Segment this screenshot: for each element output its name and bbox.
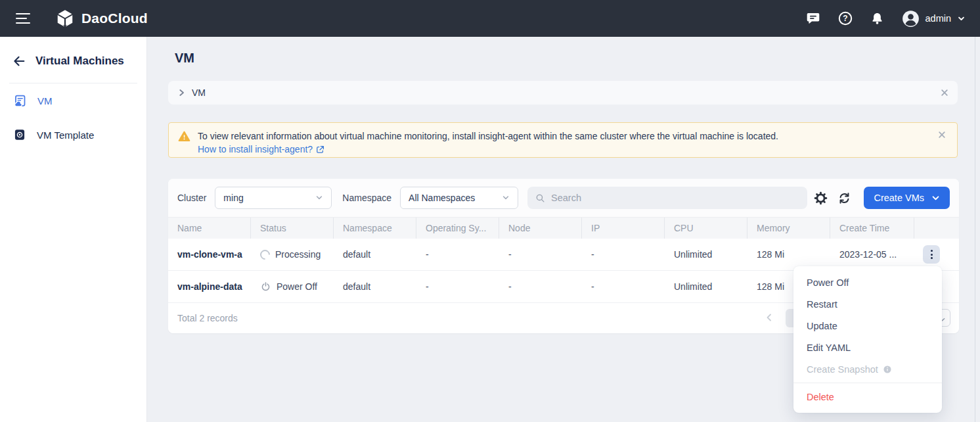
- cell-namespace: default: [334, 249, 416, 260]
- cell-memory: 128 Mi: [747, 249, 830, 260]
- back-arrow-icon[interactable]: [12, 54, 26, 68]
- namespace-select-value: All Namespaces: [409, 193, 475, 203]
- cell-node: -: [499, 249, 582, 260]
- page-title: VM: [175, 51, 194, 66]
- user-name: admin: [925, 13, 952, 24]
- create-vms-button[interactable]: Create VMs: [864, 187, 950, 209]
- cell-cpu: Unlimited: [665, 281, 747, 292]
- cell-node: -: [499, 281, 582, 292]
- power-off-icon: [260, 281, 271, 293]
- chevron-down-icon: [931, 194, 940, 202]
- warning-triangle-icon: [178, 130, 190, 151]
- search-box: [527, 187, 807, 209]
- sidebar-item-label: VM Template: [37, 129, 94, 141]
- sidebar-item-vm[interactable]: VM: [0, 83, 146, 118]
- vm-template-icon: [13, 128, 26, 141]
- menu-item-delete[interactable]: Delete: [793, 386, 942, 408]
- table-header-row: Name Status Namespace Operating Sy... No…: [168, 217, 959, 239]
- column-header-status: Status: [251, 218, 334, 239]
- top-navbar: DaoCloud ?: [0, 0, 980, 37]
- status-badge: Processing: [275, 249, 321, 260]
- breadcrumb-label: VM: [192, 87, 206, 98]
- vm-name-link[interactable]: vm-alpine-data: [177, 281, 242, 292]
- scrollbar-track[interactable]: [975, 37, 975, 422]
- sidebar-header: Virtual Machines: [0, 37, 146, 83]
- cell-cpu: Unlimited: [665, 249, 747, 260]
- column-header-os: Operating Sy...: [416, 218, 499, 239]
- chevron-down-icon: [315, 194, 323, 202]
- column-header-actions: [914, 218, 959, 239]
- column-header-name: Name: [168, 218, 251, 239]
- vm-doc-cloud-icon: [13, 94, 27, 108]
- total-records: Total 2 records: [177, 313, 238, 323]
- column-header-ip: IP: [582, 218, 665, 239]
- cell-create-time: 2023-12-05 ...: [830, 249, 914, 260]
- menu-divider: [793, 383, 942, 383]
- sidebar-title: Virtual Machines: [35, 55, 124, 68]
- column-header-cpu: CPU: [665, 218, 747, 239]
- cluster-label: Cluster: [177, 193, 206, 203]
- cell-os: -: [416, 249, 499, 260]
- external-link-icon: [316, 145, 324, 154]
- sidebar-item-label: VM: [37, 95, 53, 106]
- table-toolbar: Cluster ming Namespace All Namespaces: [168, 179, 959, 217]
- navbar-actions: ? admin: [805, 10, 980, 28]
- menu-item-power-off[interactable]: Power Off: [793, 271, 942, 293]
- help-icon[interactable]: ?: [837, 11, 853, 26]
- column-header-node: Node: [499, 218, 582, 239]
- alert-message: To view relevant information about virtu…: [198, 129, 778, 143]
- breadcrumb-bar: VM: [168, 81, 958, 105]
- vm-name-link[interactable]: vm-clone-vm-a: [177, 249, 242, 260]
- row-actions-kebab-button[interactable]: [923, 245, 940, 264]
- namespace-label: Namespace: [342, 193, 391, 203]
- create-vms-label: Create VMs: [874, 193, 924, 203]
- info-icon: [883, 365, 892, 374]
- chevron-down-icon: [502, 194, 510, 202]
- brand: DaoCloud: [55, 9, 148, 28]
- cell-ip: -: [582, 281, 665, 292]
- cell-namespace: default: [334, 281, 416, 292]
- column-header-memory: Memory: [747, 218, 830, 239]
- processing-spinner-icon: [258, 249, 272, 260]
- row-actions-context-menu: Power Off Restart Update Edit YAML Creat…: [793, 266, 942, 413]
- gear-icon[interactable]: [813, 190, 828, 206]
- cluster-select-value: ming: [223, 193, 243, 203]
- chevron-down-icon: [957, 14, 966, 23]
- daocloud-logo-icon: [55, 9, 75, 28]
- cell-ip: -: [582, 249, 665, 260]
- avatar-icon: [902, 10, 920, 28]
- user-menu[interactable]: admin: [902, 10, 966, 28]
- expand-chevron-icon[interactable]: [177, 88, 186, 97]
- column-header-create-time: Create Time: [830, 218, 914, 239]
- menu-toggle-icon[interactable]: [16, 13, 30, 24]
- alert-help-link[interactable]: How to install insight-agent?: [198, 143, 324, 156]
- menu-item-create-snapshot: Create Snapshot: [793, 358, 942, 380]
- pagination-prev-icon[interactable]: [765, 313, 774, 322]
- sidebar-item-vm-template[interactable]: VM Template: [0, 118, 146, 152]
- namespace-select[interactable]: All Namespaces: [400, 187, 518, 209]
- breadcrumb-close-icon[interactable]: [940, 88, 949, 97]
- menu-item-edit-yaml[interactable]: Edit YAML: [793, 337, 942, 358]
- refresh-icon[interactable]: [836, 190, 852, 206]
- search-input[interactable]: [551, 193, 800, 203]
- column-header-namespace: Namespace: [334, 218, 416, 239]
- search-icon: [535, 193, 546, 204]
- svg-text:?: ?: [843, 14, 847, 23]
- cell-os: -: [416, 281, 499, 292]
- menu-item-restart[interactable]: Restart: [793, 293, 942, 315]
- menu-item-update[interactable]: Update: [793, 315, 942, 337]
- sidebar: Virtual Machines VM VM: [0, 37, 147, 422]
- brand-name: DaoCloud: [81, 11, 148, 26]
- app-window: DaoCloud ?: [0, 0, 980, 422]
- notifications-bell-icon[interactable]: [870, 11, 885, 26]
- status-badge: Power Off: [277, 281, 317, 292]
- message-icon[interactable]: [805, 11, 821, 26]
- cluster-select[interactable]: ming: [215, 187, 332, 209]
- monitoring-alert: To view relevant information about virtu…: [168, 122, 958, 158]
- alert-close-icon[interactable]: [937, 130, 947, 142]
